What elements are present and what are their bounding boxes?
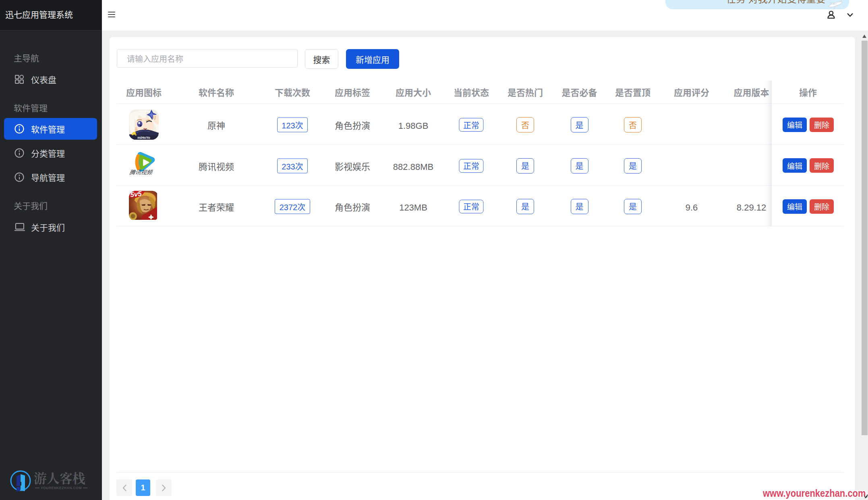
svg-text:miHoYo: miHoYo — [137, 136, 150, 140]
svg-text:5v5: 5v5 — [130, 191, 142, 198]
svg-text:腾讯视频: 腾讯视频 — [129, 168, 154, 176]
